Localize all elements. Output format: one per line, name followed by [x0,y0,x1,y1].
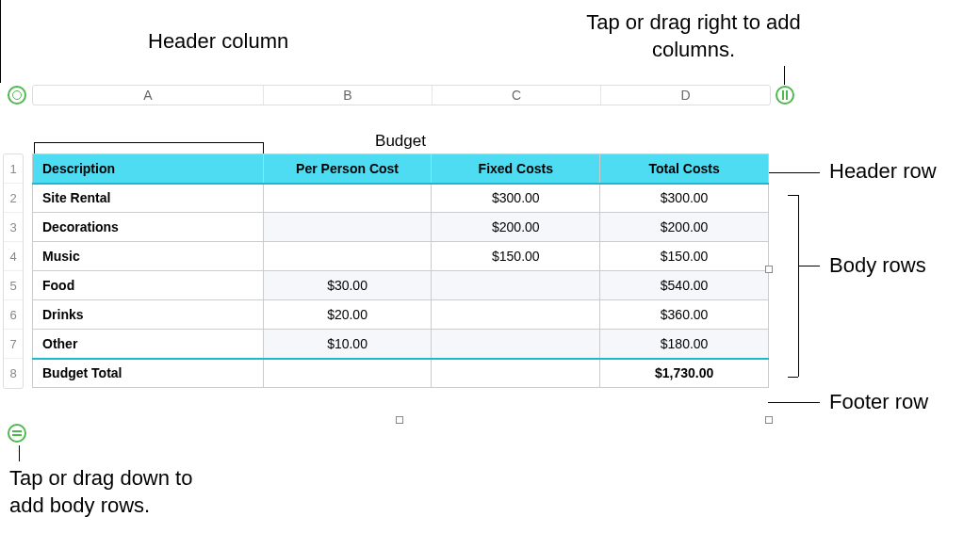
cell-per-person[interactable] [263,242,432,271]
selection-handle[interactable] [396,416,403,424]
cell-fixed[interactable] [432,330,600,359]
callout-line [0,0,1,83]
cell-description[interactable]: Food [33,271,264,300]
cell-fixed[interactable]: $200.00 [432,213,600,242]
cell-description[interactable]: Drinks [33,300,264,330]
selection-handle[interactable] [765,416,773,424]
row-headers-bar: 1 2 3 4 5 6 7 8 [3,153,24,389]
footer-cell-total[interactable]: $1,730.00 [600,359,769,388]
callout-bracket [798,195,799,377]
cell-total[interactable]: $540.00 [600,271,769,300]
add-columns-handle[interactable] [776,86,794,105]
add-rows-handle[interactable] [8,424,26,443]
table-row: Decorations $200.00 $200.00 [33,213,769,242]
callout-bracket-tick [788,195,798,196]
row-header[interactable]: 6 [4,300,23,330]
column-header[interactable]: A [33,86,264,105]
cell-fixed[interactable]: $300.00 [432,184,600,213]
callout-footer-row: Footer row [829,389,928,416]
table-corner-handle[interactable] [8,86,26,105]
row-header[interactable]: 1 [4,154,23,184]
callout-add-columns: Tap or drag right to add columns. [585,9,802,63]
callout-header-row: Header row [829,158,937,186]
footer-cell-per-person[interactable] [263,359,432,388]
cell-total[interactable]: $300.00 [600,184,769,213]
cell-description[interactable]: Other [33,330,264,359]
callout-line [768,172,820,173]
callout-line [19,445,20,461]
cell-total[interactable]: $360.00 [600,300,769,330]
header-cell-description[interactable]: Description [33,154,264,184]
callout-bracket-tick [788,377,798,378]
header-cell-total[interactable]: Total Costs [600,154,769,184]
cell-per-person[interactable]: $30.00 [263,271,432,300]
cell-total[interactable]: $200.00 [600,213,769,242]
table-footer-row: Budget Total $1,730.00 [33,359,769,388]
row-header[interactable]: 2 [4,184,23,213]
cell-description[interactable]: Site Rental [33,184,264,213]
footer-cell-description[interactable]: Budget Total [33,359,264,388]
callout-line [799,266,820,266]
table-row: Music $150.00 $150.00 [33,242,769,271]
column-header[interactable]: B [264,86,433,105]
callout-line [768,402,820,403]
budget-table: Description Per Person Cost Fixed Costs … [32,153,769,388]
table-row: Drinks $20.00 $360.00 [33,300,769,330]
column-header[interactable]: C [433,86,601,105]
column-header[interactable]: D [601,86,770,105]
callout-header-column: Header column [148,28,288,56]
callout-add-rows: Tap or drag down to add body rows. [9,465,198,519]
row-header[interactable]: 7 [4,330,23,359]
table-row: Site Rental $300.00 $300.00 [33,184,769,213]
cell-fixed[interactable]: $150.00 [432,242,600,271]
cell-per-person[interactable] [263,184,432,213]
cell-description[interactable]: Decorations [33,213,264,242]
header-cell-per-person[interactable]: Per Person Cost [263,154,432,184]
row-header[interactable]: 4 [4,242,23,271]
table-row: Other $10.00 $180.00 [33,330,769,359]
callout-body-rows: Body rows [829,252,926,280]
cell-per-person[interactable] [263,213,432,242]
table-row: Food $30.00 $540.00 [33,271,769,300]
table-header-row: Description Per Person Cost Fixed Costs … [33,154,769,184]
cell-fixed[interactable] [432,271,600,300]
row-header[interactable]: 8 [4,359,23,388]
callout-line [784,66,785,85]
cell-fixed[interactable] [432,300,600,330]
cell-per-person[interactable]: $20.00 [263,300,432,330]
cell-description[interactable]: Music [33,242,264,271]
table-title[interactable]: Budget [32,132,769,151]
cell-total[interactable]: $150.00 [600,242,769,271]
cell-per-person[interactable]: $10.00 [263,330,432,359]
header-cell-fixed[interactable]: Fixed Costs [432,154,600,184]
row-header[interactable]: 3 [4,213,23,242]
cell-total[interactable]: $180.00 [600,330,769,359]
column-headers-bar: A B C D [32,85,771,105]
footer-cell-fixed[interactable] [432,359,600,388]
selection-handle[interactable] [765,266,773,273]
row-header[interactable]: 5 [4,271,23,300]
